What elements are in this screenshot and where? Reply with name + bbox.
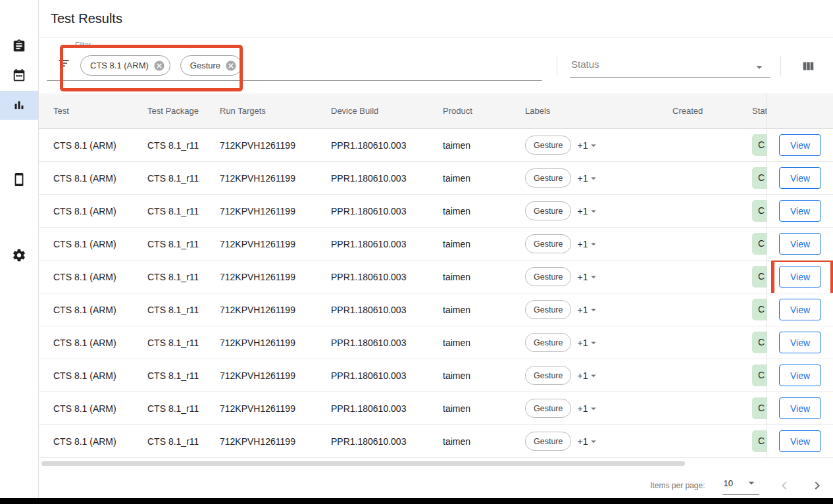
- sidebar-item-schedule[interactable]: [0, 61, 38, 90]
- sidebar: [0, 0, 39, 504]
- more-labels-toggle[interactable]: +1: [577, 370, 599, 382]
- more-labels-toggle[interactable]: +1: [577, 172, 599, 184]
- cell-product: taimen: [428, 261, 511, 293]
- cell-test: CTS 8.1 (ARM): [39, 261, 133, 293]
- cell-actions: View: [767, 228, 833, 260]
- more-labels-toggle[interactable]: +1: [577, 271, 599, 283]
- cell-device-build: PPR1.180610.003: [316, 162, 428, 194]
- cell-labels: Gesture+1: [511, 129, 658, 161]
- cell-product: taimen: [428, 425, 511, 457]
- sidebar-item-test-results[interactable]: [0, 91, 38, 120]
- cell-device-build: PPR1.180610.003: [316, 261, 428, 293]
- filter-chip[interactable]: Gesture: [180, 55, 242, 76]
- column-header-created[interactable]: Created: [658, 93, 738, 128]
- more-labels-toggle[interactable]: +1: [577, 139, 599, 151]
- view-button[interactable]: View: [779, 200, 821, 222]
- column-settings-button[interactable]: [799, 58, 817, 77]
- results-table: Test Test Package Run Targets Device Bui…: [39, 93, 833, 467]
- view-button[interactable]: View: [779, 430, 821, 452]
- cell-test: CTS 8.1 (ARM): [39, 195, 133, 227]
- view-button[interactable]: View: [779, 332, 821, 353]
- previous-page-button[interactable]: [776, 478, 792, 493]
- column-header-device-build[interactable]: Device Build: [316, 93, 428, 128]
- view-button[interactable]: View: [779, 299, 821, 320]
- cell-actions: View: [767, 326, 833, 359]
- label-chip[interactable]: Gesture: [525, 333, 571, 352]
- cell-test: CTS 8.1 (ARM): [39, 425, 133, 457]
- filter-input-underline[interactable]: [47, 80, 542, 81]
- filter-chip-label: CTS 8.1 (ARM): [90, 61, 149, 70]
- sidebar-item-devices[interactable]: [0, 165, 38, 194]
- status-select[interactable]: Status: [570, 38, 770, 78]
- cell-actions: View: [767, 162, 833, 194]
- column-header-status[interactable]: Stat: [738, 93, 767, 128]
- column-header-labels[interactable]: Labels: [511, 93, 658, 128]
- view-button[interactable]: View: [779, 134, 821, 156]
- more-labels-toggle[interactable]: +1: [577, 403, 599, 415]
- sidebar-item-test-plans[interactable]: [0, 32, 38, 61]
- cell-run-targets: 712KPVH1261199: [205, 392, 316, 424]
- cell-created: [658, 162, 738, 194]
- horizontal-scrollbar[interactable]: [41, 461, 685, 466]
- filter-chip[interactable]: CTS 8.1 (ARM): [80, 55, 170, 76]
- cell-actions: View: [767, 129, 833, 161]
- horizontal-scrollbar-track: [39, 458, 833, 467]
- cell-labels: Gesture+1: [511, 425, 658, 457]
- table-row: CTS 8.1 (ARM)CTS 8.1_r11712KPVH1261199PP…: [39, 162, 833, 195]
- more-labels-toggle[interactable]: +1: [577, 304, 599, 316]
- label-chip[interactable]: Gesture: [525, 300, 571, 319]
- close-icon[interactable]: [153, 60, 165, 72]
- label-chip[interactable]: Gesture: [525, 201, 571, 220]
- cell-test-package: CTS 8.1_r11: [133, 326, 205, 359]
- view-button[interactable]: View: [779, 167, 821, 189]
- cell-actions: View: [767, 195, 833, 227]
- column-header-product[interactable]: Product: [428, 93, 511, 128]
- column-header-test-package[interactable]: Test Package: [133, 93, 205, 128]
- close-icon[interactable]: [225, 60, 237, 72]
- label-chip[interactable]: Gesture: [525, 136, 571, 155]
- cell-device-build: PPR1.180610.003: [316, 293, 428, 326]
- label-chip[interactable]: Gesture: [525, 432, 571, 451]
- cell-test: CTS 8.1 (ARM): [39, 326, 133, 359]
- table-row: CTS 8.1 (ARM)CTS 8.1_r11712KPVH1261199PP…: [39, 293, 833, 326]
- more-labels-toggle[interactable]: +1: [577, 337, 599, 349]
- cell-status: C: [738, 359, 767, 391]
- assignment-icon: [12, 39, 26, 53]
- label-chip[interactable]: Gesture: [525, 267, 571, 286]
- more-labels-count: +1: [577, 436, 588, 447]
- label-chip[interactable]: Gesture: [525, 399, 571, 418]
- toolbar-divider: [557, 56, 557, 76]
- cell-test: CTS 8.1 (ARM): [39, 129, 133, 161]
- table-header: Test Test Package Run Targets Device Bui…: [39, 93, 833, 129]
- cell-labels: Gesture+1: [511, 228, 658, 260]
- cell-test: CTS 8.1 (ARM): [39, 293, 133, 326]
- filter-chip-label: Gesture: [190, 61, 220, 70]
- filter-chips: CTS 8.1 (ARM) Gesture: [80, 55, 242, 76]
- filter-field-label: Filter: [75, 41, 91, 49]
- view-button[interactable]: View: [779, 266, 821, 288]
- view-button[interactable]: View: [779, 233, 821, 255]
- next-page-button[interactable]: [809, 478, 825, 493]
- more-labels-toggle[interactable]: +1: [577, 238, 599, 250]
- settings-icon: [12, 248, 26, 263]
- page-size-value: 10: [724, 478, 733, 488]
- dropdown-arrow-icon: [588, 172, 599, 184]
- label-chip[interactable]: Gesture: [525, 168, 571, 188]
- view-button[interactable]: View: [779, 397, 821, 419]
- dropdown-arrow-icon: [588, 238, 599, 250]
- filter-icon[interactable]: [57, 57, 70, 72]
- label-chip[interactable]: Gesture: [525, 234, 571, 253]
- view-button[interactable]: View: [779, 365, 821, 386]
- cell-run-targets: 712KPVH1261199: [205, 195, 316, 227]
- column-header-test[interactable]: Test: [39, 93, 133, 128]
- more-labels-toggle[interactable]: +1: [577, 205, 599, 217]
- page-size-select[interactable]: 10: [722, 476, 759, 495]
- label-chip[interactable]: Gesture: [525, 366, 571, 385]
- cell-created: [658, 425, 738, 457]
- cell-test-package: CTS 8.1_r11: [133, 195, 205, 227]
- more-labels-toggle[interactable]: +1: [577, 436, 599, 447]
- table-body: CTS 8.1 (ARM)CTS 8.1_r11712KPVH1261199PP…: [39, 129, 833, 458]
- cell-test-package: CTS 8.1_r11: [133, 425, 205, 457]
- sidebar-item-settings[interactable]: [0, 241, 38, 270]
- column-header-run-targets[interactable]: Run Targets: [205, 93, 316, 128]
